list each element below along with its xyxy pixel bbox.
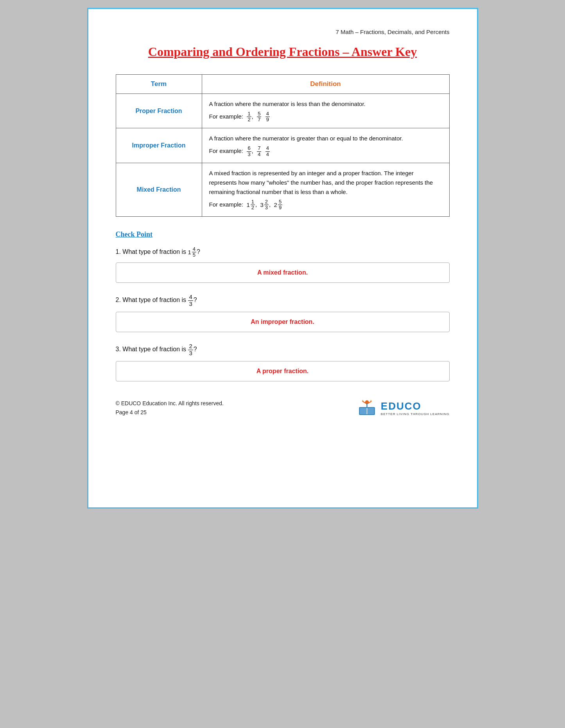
educo-logo-text: EDUCO BETTER LIVING THROUGH LEARNING bbox=[381, 400, 450, 416]
term-proper: Proper Fraction bbox=[116, 93, 202, 128]
q1-fraction: 1 45 bbox=[188, 246, 197, 258]
vocab-table: Term Definition Proper Fraction A fracti… bbox=[116, 74, 450, 217]
question-2: 2. What type of fraction is 43 ? bbox=[116, 294, 450, 307]
def-proper: A fraction where the numerator is less t… bbox=[202, 93, 449, 128]
frac-1-2: 12 bbox=[247, 111, 251, 123]
mixed-definition: A mixed fraction is represented by an in… bbox=[209, 169, 442, 197]
frac-4-4: 44 bbox=[265, 146, 270, 157]
answer-box-3: A proper fraction. bbox=[116, 361, 450, 381]
def-mixed: A mixed fraction is represented by an in… bbox=[202, 163, 449, 216]
table-row: Mixed Fraction A mixed fraction is repre… bbox=[116, 163, 449, 216]
educo-brand: EDUCO bbox=[381, 400, 422, 412]
page: 7 Math – Fractions, Decimals, and Percen… bbox=[87, 8, 478, 509]
page-number: Page 4 of 25 bbox=[116, 408, 224, 417]
page-title: Comparing and Ordering Fractions – Answe… bbox=[116, 43, 450, 61]
answer-text-1: A mixed fraction. bbox=[257, 269, 308, 276]
question-1: 1. What type of fraction is 1 45 ? bbox=[116, 246, 450, 258]
q2-fraction: 43 bbox=[188, 294, 193, 307]
svg-text:★: ★ bbox=[370, 399, 372, 402]
mixed-3-2-3: 3 23 bbox=[260, 199, 269, 211]
q3-fraction: 23 bbox=[188, 343, 193, 356]
term-mixed: Mixed Fraction bbox=[116, 163, 202, 216]
course-header: 7 Math – Fractions, Decimals, and Percen… bbox=[116, 29, 450, 35]
improper-example: For example: 63, 74 44 bbox=[209, 146, 442, 157]
educo-logo-icon: ★ ★ bbox=[356, 397, 378, 419]
frac-6-3: 63 bbox=[247, 146, 251, 157]
checkpoint-title: Check Point bbox=[116, 230, 450, 239]
footer: © EDUCO Education Inc. All rights reserv… bbox=[116, 397, 450, 419]
mixed-2-5-9: 2 59 bbox=[274, 199, 283, 211]
table-row: Improper Fraction A fraction where the n… bbox=[116, 128, 449, 163]
mixed-1-1-2: 1 12 bbox=[246, 199, 255, 211]
mixed-example: For example: 1 12 , 3 23 , 2 59 bbox=[209, 199, 442, 211]
improper-definition: A fraction where the numerator is greate… bbox=[209, 134, 442, 143]
col-term-header: Term bbox=[116, 74, 202, 93]
col-def-header: Definition bbox=[202, 74, 449, 93]
footer-left: © EDUCO Education Inc. All rights reserv… bbox=[116, 399, 224, 417]
proper-example: For example: 12, 57 49 bbox=[209, 111, 442, 123]
educo-tagline: BETTER LIVING THROUGH LEARNING bbox=[381, 412, 450, 416]
frac-4-9: 49 bbox=[265, 111, 270, 123]
educo-logo: ★ ★ EDUCO BETTER LIVING THROUGH LEARNING bbox=[356, 397, 450, 419]
copyright: © EDUCO Education Inc. All rights reserv… bbox=[116, 399, 224, 408]
answer-text-3: A proper fraction. bbox=[256, 368, 309, 374]
answer-box-2: An improper fraction. bbox=[116, 312, 450, 332]
frac-5-7: 57 bbox=[257, 111, 261, 123]
proper-definition: A fraction where the numerator is less t… bbox=[209, 99, 442, 109]
svg-text:★: ★ bbox=[362, 399, 364, 402]
frac-7-4: 74 bbox=[257, 146, 261, 157]
term-improper: Improper Fraction bbox=[116, 128, 202, 163]
table-row: Proper Fraction A fraction where the num… bbox=[116, 93, 449, 128]
answer-text-2: An improper fraction. bbox=[251, 318, 314, 325]
def-improper: A fraction where the numerator is greate… bbox=[202, 128, 449, 163]
question-3: 3. What type of fraction is 23 ? bbox=[116, 343, 450, 356]
answer-box-1: A mixed fraction. bbox=[116, 262, 450, 283]
